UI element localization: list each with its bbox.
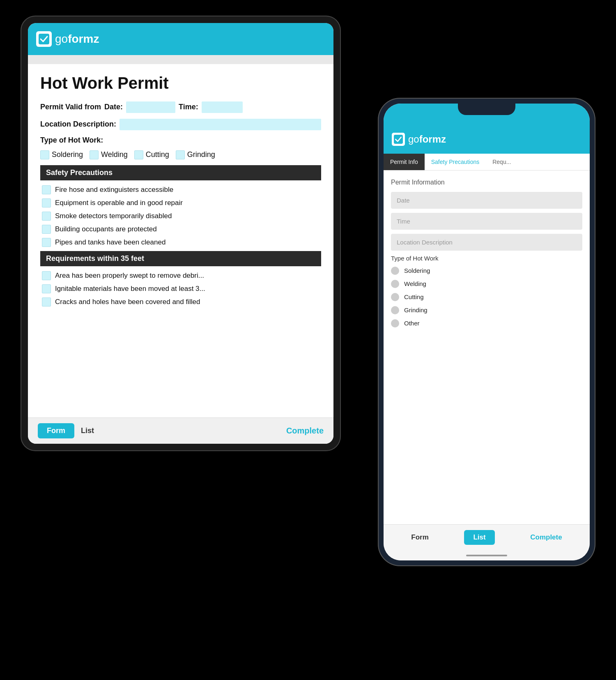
location-input[interactable] — [120, 119, 321, 130]
label-cutting: Cutting — [146, 150, 169, 159]
req-check-3[interactable] — [42, 297, 51, 307]
checkbox-grinding[interactable]: Grinding — [176, 150, 215, 159]
req-check-1[interactable] — [42, 271, 51, 280]
phone-notch-bar — [384, 104, 590, 125]
safety-check-5[interactable] — [42, 238, 51, 247]
radio-circle-welding — [391, 280, 399, 288]
phone-location-field[interactable]: Location Description — [391, 234, 582, 251]
label-welding: Welding — [101, 150, 128, 159]
radio-other[interactable]: Other — [391, 319, 582, 327]
label-grinding: Grinding — [187, 150, 215, 159]
radio-circle-grinding — [391, 306, 399, 314]
label-soldering: Soldering — [52, 150, 83, 159]
safety-precautions-header: Safety Precautions — [40, 165, 321, 180]
tablet-device: goformz Hot Work Permit Permit Valid fro… — [21, 16, 341, 451]
safety-item-2: Equipment is operable and in good repair — [40, 198, 321, 207]
date-label: Date: — [104, 103, 123, 111]
tablet-logo-text: goformz — [55, 32, 99, 46]
phone-logo-icon — [392, 133, 405, 146]
safety-item-4: Building occupants are protected — [40, 225, 321, 234]
tablet-form-content: Hot Work Permit Permit Valid from Date: … — [28, 64, 333, 417]
phone-section-title: Permit Information — [391, 179, 582, 186]
radio-label-cutting: Cutting — [404, 293, 424, 300]
phone-home-indicator — [466, 555, 507, 556]
tablet-header: goformz — [28, 23, 333, 55]
phone-complete-button[interactable]: Complete — [530, 533, 562, 542]
req-text-2: Ignitable materials have been moved at l… — [55, 284, 205, 293]
phone-list-button[interactable]: List — [464, 530, 494, 545]
req-text-3: Cracks and holes have been covered and f… — [55, 297, 200, 307]
tab-safety-precautions[interactable]: Safety Precautions — [425, 154, 486, 170]
location-label: Location Description: — [40, 120, 116, 129]
safety-item-1: Fire hose and extinguisters accessible — [40, 185, 321, 194]
phone-date-field[interactable]: Date — [391, 192, 582, 209]
tab-permit-info[interactable]: Permit Info — [384, 154, 425, 170]
safety-text-5: Pipes and tanks have been cleaned — [55, 238, 165, 247]
phone-device: goformz Permit Info Safety Precautions R… — [378, 98, 595, 566]
radio-grinding[interactable]: Grinding — [391, 306, 582, 314]
safety-item-3: Smoke detectors temporarily disabled — [40, 212, 321, 221]
phone-footer: Form List Complete — [384, 524, 590, 551]
phone-header: goformz — [384, 125, 590, 154]
tablet-list-button[interactable]: List — [81, 426, 94, 435]
tablet-footer: Form List Complete — [28, 417, 333, 444]
time-input[interactable] — [202, 101, 243, 113]
phone-form-button[interactable]: Form — [411, 533, 429, 542]
req-item-2: Ignitable materials have been moved at l… — [40, 284, 321, 293]
safety-check-4[interactable] — [42, 225, 51, 234]
safety-text-2: Equipment is operable and in good repair — [55, 198, 183, 207]
phone-tabs: Permit Info Safety Precautions Requ... — [384, 154, 590, 171]
checkbox-welding[interactable]: Welding — [90, 150, 128, 159]
radio-cutting[interactable]: Cutting — [391, 293, 582, 301]
req-item-1: Area has been properly swept to remove d… — [40, 271, 321, 280]
checkbox-sq-welding — [90, 150, 99, 159]
phone-form-content: Permit Information Date Time Location De… — [384, 171, 590, 524]
requirements-header: Requirements within 35 feet — [40, 251, 321, 266]
safety-text-1: Fire hose and extinguisters accessible — [55, 185, 173, 194]
form-title: Hot Work Permit — [40, 74, 321, 92]
location-row: Location Description: — [40, 119, 321, 130]
radio-label-grinding: Grinding — [404, 307, 428, 313]
tablet-logo-icon — [36, 31, 52, 47]
tablet-form-button[interactable]: Form — [38, 423, 74, 438]
req-text-1: Area has been properly swept to remove d… — [55, 271, 204, 280]
hot-work-label-row: Type of Hot Work: — [40, 136, 321, 145]
safety-check-1[interactable] — [42, 185, 51, 194]
radio-circle-soldering — [391, 267, 399, 275]
radio-label-soldering: Soldering — [404, 267, 430, 274]
safety-item-5: Pipes and tanks have been cleaned — [40, 238, 321, 247]
tab-requirements[interactable]: Requ... — [486, 154, 517, 170]
radio-soldering[interactable]: Soldering — [391, 267, 582, 275]
hot-work-label: Type of Hot Work: — [40, 136, 103, 145]
req-item-3: Cracks and holes have been covered and f… — [40, 297, 321, 307]
phone-time-field[interactable]: Time — [391, 213, 582, 230]
tablet-gray-bar — [28, 55, 333, 64]
phone-home-bar — [384, 551, 590, 560]
time-label: Time: — [179, 103, 198, 111]
phone-logo-text: goformz — [408, 134, 446, 145]
checkbox-cutting[interactable]: Cutting — [134, 150, 169, 159]
hot-work-checkboxes: Soldering Welding Cutting Grinding — [40, 150, 321, 159]
safety-text-4: Building occupants are protected — [55, 225, 157, 234]
radio-circle-cutting — [391, 293, 399, 301]
date-input[interactable] — [126, 101, 175, 113]
radio-welding[interactable]: Welding — [391, 280, 582, 288]
radio-label-other: Other — [404, 320, 420, 327]
req-check-2[interactable] — [42, 284, 51, 293]
safety-check-2[interactable] — [42, 198, 51, 207]
tablet-complete-button[interactable]: Complete — [286, 426, 324, 436]
phone-notch — [458, 104, 515, 115]
radio-circle-other — [391, 319, 399, 327]
safety-check-3[interactable] — [42, 212, 51, 221]
checkbox-sq-soldering — [40, 150, 49, 159]
checkbox-sq-cutting — [134, 150, 143, 159]
permit-date-row: Permit Valid from Date: Time: — [40, 101, 321, 113]
tablet-logo: goformz — [36, 31, 99, 47]
phone-hot-work-label: Type of Hot Work — [391, 255, 582, 262]
checkbox-sq-grinding — [176, 150, 185, 159]
radio-label-welding: Welding — [404, 280, 426, 287]
safety-text-3: Smoke detectors temporarily disabled — [55, 212, 172, 221]
checkbox-soldering[interactable]: Soldering — [40, 150, 83, 159]
permit-label: Permit Valid from — [40, 103, 101, 111]
